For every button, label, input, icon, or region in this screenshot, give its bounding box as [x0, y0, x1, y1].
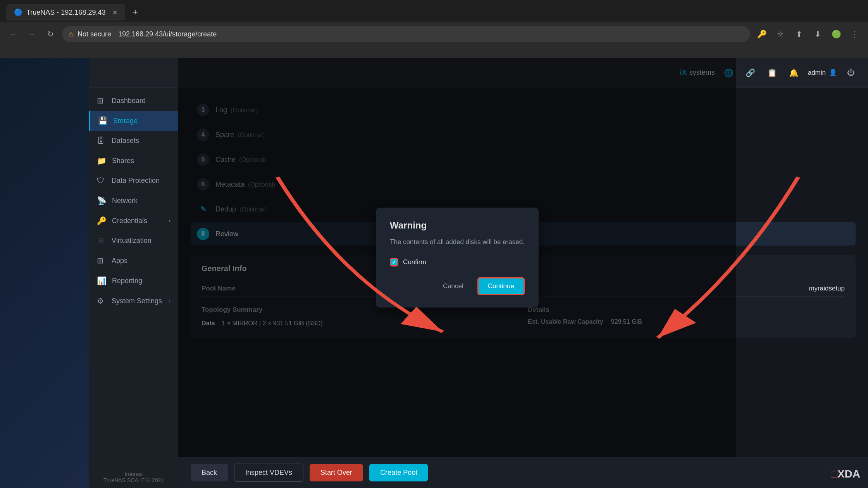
dialog-overlay: Warning The contents of all added disks … — [178, 58, 736, 457]
admin-user-icon: 👤 — [829, 69, 837, 77]
footer-name: truenas — [97, 471, 170, 477]
sidebar-item-label-datasets: Datasets — [112, 137, 139, 145]
browser-tabs: 🔵 TrueNAS - 192.168.29.43 ✕ + — [0, 0, 868, 22]
menu-button[interactable]: ⋮ — [848, 27, 862, 41]
apps-icon: ⊞ — [97, 256, 106, 265]
admin-label: admin — [808, 69, 826, 77]
sidebar-item-virtualization[interactable]: 🖥 Virtualization — [89, 231, 178, 251]
power-button[interactable]: ⏻ — [843, 65, 859, 81]
footer-copyright: TrueNAS SCALE ® 2024 — [97, 477, 170, 483]
start-over-button[interactable]: Start Over — [310, 464, 363, 481]
warning-dialog: Warning The contents of all added disks … — [376, 208, 539, 308]
sidebar-navigation: ⊞ Dashboard 💾 Storage 🗄 Datasets 📁 Share… — [89, 88, 178, 466]
shares-icon: 📁 — [97, 156, 107, 165]
tab-title: TrueNAS - 192.168.29.43 — [26, 9, 105, 17]
sidebar-item-dashboard[interactable]: ⊞ Dashboard — [89, 91, 178, 111]
storage-icon: 💾 — [98, 116, 108, 125]
sidebar-item-label-virtualization: Virtualization — [112, 237, 152, 245]
nav-icon-link[interactable]: 🔗 — [743, 65, 758, 81]
security-warning-icon: ⚠ — [68, 31, 74, 38]
sidebar-item-network[interactable]: 📡 Network — [89, 191, 178, 211]
dialog-actions: Cancel Continue — [390, 277, 525, 295]
credentials-icon: 🔑 — [97, 216, 107, 225]
sidebar-item-apps[interactable]: ⊞ Apps — [89, 251, 178, 271]
reporting-icon: 📊 — [97, 276, 107, 285]
sidebar-item-credentials[interactable]: 🔑 Credentials › — [89, 211, 178, 231]
nav-icon-bell[interactable]: 🔔 — [786, 65, 802, 81]
forward-button[interactable]: → — [25, 27, 39, 41]
xda-watermark: □XDA — [831, 468, 860, 480]
sidebar-item-label-storage: Storage — [113, 117, 138, 125]
sidebar-item-label-reporting: Reporting — [112, 277, 142, 285]
confirm-label: Confirm — [403, 258, 426, 266]
sidebar-item-label-data-protection: Data Protection — [112, 177, 160, 185]
dialog-confirm-row: Confirm — [390, 258, 525, 266]
sidebar-item-reporting[interactable]: 📊 Reporting — [89, 271, 178, 291]
url-text: 192.168.29.43/ui/storage/create — [118, 30, 217, 38]
sidebar-item-label-shares: Shares — [112, 157, 134, 165]
sidebar-item-label-apps: Apps — [112, 257, 127, 265]
xda-logo-icon: □ — [831, 468, 837, 480]
left-sidebar: TrueNAS SCALE ☰ ⊞ Dashboard 💾 Storage 🗄 … — [89, 58, 178, 488]
dashboard-icon: ⊞ — [97, 96, 106, 105]
sidebar-item-label-network: Network — [112, 197, 138, 205]
data-protection-icon: 🛡 — [97, 176, 106, 185]
bottom-toolbar: Back Inspect VDEVs Start Over Create Poo… — [178, 457, 868, 488]
create-pool-button[interactable]: Create Pool — [369, 464, 428, 481]
confirm-checkbox[interactable] — [390, 258, 398, 266]
sidebar-item-storage[interactable]: 💾 Storage — [89, 111, 178, 131]
tab-favicon: 🔵 — [14, 8, 22, 17]
datasets-icon: 🗄 — [97, 136, 106, 145]
back-button[interactable]: ← — [6, 27, 20, 41]
security-label: Not secure — [78, 30, 111, 38]
virtualization-icon: 🖥 — [97, 236, 106, 245]
sidebar-item-data-protection[interactable]: 🛡 Data Protection — [89, 171, 178, 191]
sidebar-item-label-credentials: Credentials — [112, 217, 147, 225]
sidebar-footer: truenas TrueNAS SCALE ® 2024 — [89, 466, 178, 488]
dialog-continue-button[interactable]: Continue — [477, 277, 525, 295]
admin-user-button[interactable]: admin 👤 — [808, 69, 837, 77]
reload-button[interactable]: ↻ — [43, 27, 57, 41]
nav-icon-clipboard[interactable]: 📋 — [765, 65, 780, 81]
new-tab-button[interactable]: + — [128, 5, 142, 19]
extension-icon[interactable]: 🟢 — [829, 27, 843, 41]
browser-toolbar: ← → ↻ ⚠ Not secure 192.168.29.43/ui/stor… — [0, 22, 868, 46]
inspect-vdevs-button[interactable]: Inspect VDEVs — [234, 464, 303, 482]
share-button[interactable]: ⬆ — [792, 27, 806, 41]
extensions-button[interactable]: 🔑 — [755, 27, 769, 41]
back-button[interactable]: Back — [191, 464, 228, 481]
sidebar-item-label-dashboard: Dashboard — [112, 97, 146, 105]
download-button[interactable]: ⬇ — [811, 27, 825, 41]
sidebar-item-label-system-settings: System Settings — [112, 297, 162, 305]
browser-frame: 🔵 TrueNAS - 192.168.29.43 ✕ + ← → ↻ ⚠ No… — [0, 0, 868, 58]
credentials-chevron-icon: › — [169, 218, 170, 224]
sidebar-item-system-settings[interactable]: ⚙ System Settings › — [89, 291, 178, 311]
address-bar[interactable]: ⚠ Not secure 192.168.29.43/ui/storage/cr… — [62, 26, 750, 42]
dialog-title: Warning — [390, 220, 525, 231]
browser-action-buttons: 🔑 ☆ ⬆ ⬇ 🟢 ⋮ — [755, 27, 862, 41]
sidebar-item-datasets[interactable]: 🗄 Datasets — [89, 131, 178, 151]
pool-name-value: myraidsetup — [809, 285, 845, 292]
browser-tab-active[interactable]: 🔵 TrueNAS - 192.168.29.43 ✕ — [6, 4, 125, 21]
bookmark-button[interactable]: ☆ — [773, 27, 787, 41]
sidebar-item-shares[interactable]: 📁 Shares — [89, 151, 178, 171]
system-settings-icon: ⚙ — [97, 296, 106, 306]
network-icon: 📡 — [97, 196, 107, 205]
system-settings-chevron-icon: › — [169, 298, 170, 304]
dialog-cancel-button[interactable]: Cancel — [435, 277, 471, 295]
tab-close-button[interactable]: ✕ — [112, 9, 117, 16]
dialog-message: The contents of all added disks will be … — [390, 237, 525, 247]
